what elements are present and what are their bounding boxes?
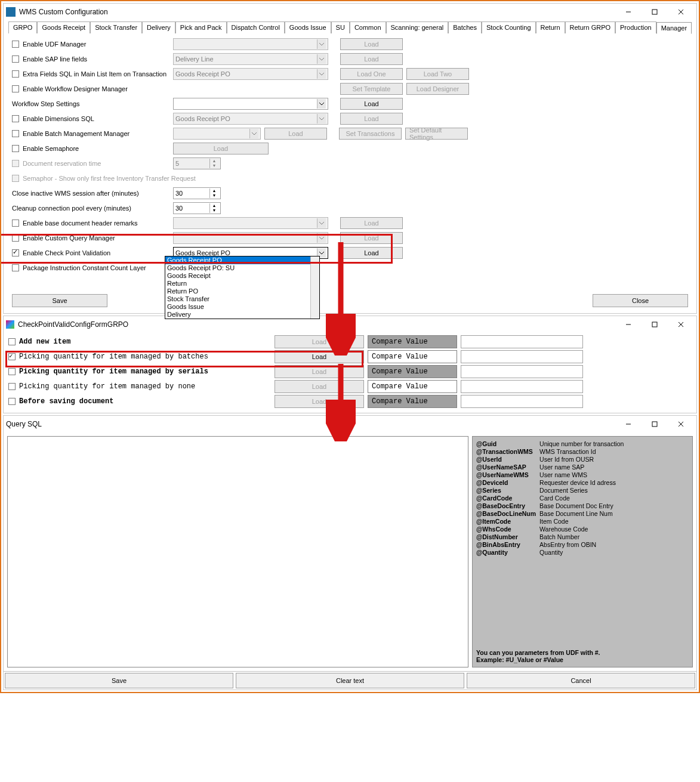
dropdown-wfss[interactable] [173, 98, 328, 110]
qs-save-button[interactable]: Save [5, 673, 233, 688]
tab-delivery[interactable]: Delivery [142, 21, 175, 33]
checkbox-sap[interactable] [12, 55, 19, 63]
minimize-button[interactable] [615, 5, 642, 19]
qs-cancel-button[interactable]: Cancel [467, 673, 695, 688]
load-cpv[interactable]: Load [340, 247, 403, 259]
dropdown-sap[interactable]: Delivery Line [173, 53, 328, 65]
checkbox-dims[interactable] [12, 115, 19, 122]
close-button-3[interactable] [668, 417, 694, 431]
dropdown-extra[interactable]: Goods Receipt PO [173, 68, 328, 80]
checkpoint-load-button[interactable]: Load [275, 335, 364, 348]
checkbox-cqm[interactable] [12, 234, 19, 242]
tab-dispatch-control[interactable]: Dispatch Control [227, 21, 285, 33]
value-input[interactable] [461, 365, 583, 378]
tab-return[interactable]: Return [536, 21, 565, 33]
dropdown-cqm[interactable] [173, 232, 328, 244]
minimize-button-2[interactable] [615, 317, 642, 332]
tab-batches[interactable]: Batches [448, 21, 482, 33]
checkbox-extra[interactable] [12, 70, 19, 78]
app-icon-2 [6, 320, 14, 329]
value-input[interactable] [461, 350, 583, 363]
load-cqm[interactable]: Load [340, 232, 403, 244]
load-batchmgr[interactable]: Load [264, 128, 327, 140]
qs-clear-button[interactable]: Clear text [236, 673, 464, 688]
dropdown-option[interactable]: Goods Issue [165, 303, 319, 311]
dropdown-cpv-list[interactable]: Goods Receipt POGoods Receipt PO: SUGood… [165, 256, 320, 319]
value-input[interactable] [461, 380, 583, 393]
checkpoint-load-button[interactable]: Load [275, 365, 364, 378]
checkbox-batchmgr[interactable] [12, 130, 19, 137]
checkbox-sema[interactable] [12, 145, 19, 152]
set-template-button[interactable]: Set Template [340, 83, 403, 95]
maximize-button-2[interactable] [642, 317, 668, 332]
checkpoint-load-button[interactable]: Load [275, 380, 364, 393]
load-two-button[interactable]: Load Two [406, 68, 469, 80]
spinner-closewms[interactable]: 30▲▼ [173, 187, 221, 199]
tab-goods-issue[interactable]: Goods Issue [285, 21, 331, 33]
close-button-2[interactable] [668, 317, 694, 332]
tab-grpo[interactable]: GRPO [8, 21, 37, 33]
tab-pick-and-pack[interactable]: Pick and Pack [175, 21, 227, 33]
dropdown-option[interactable]: Delivery [165, 311, 319, 319]
spinner-docres[interactable]: 5▲▼ [173, 157, 221, 169]
tab-stock-counting[interactable]: Stock Counting [482, 21, 536, 33]
checkpoint-checkbox[interactable] [8, 338, 16, 345]
value-input[interactable] [461, 395, 583, 408]
load-one-button[interactable]: Load One [340, 68, 403, 80]
set-default-settings-button[interactable]: Set Default Settings [405, 128, 468, 140]
checkpoint-checkbox[interactable] [8, 368, 16, 375]
checkpoint-load-button[interactable]: Load [275, 395, 364, 408]
checkpoint-load-button[interactable]: Load [275, 350, 364, 363]
dropdown-option[interactable]: Stock Transfer [165, 295, 319, 303]
tab-scanning-general[interactable]: Scanning: general [386, 21, 449, 33]
dropdown-option[interactable]: Goods Receipt PO [165, 256, 319, 264]
close-button-footer[interactable]: Close [593, 294, 688, 307]
compare-value-box[interactable]: Compare Value [368, 335, 457, 348]
checkbox-basedoc[interactable] [12, 220, 19, 227]
minimize-button-3[interactable] [615, 417, 642, 431]
checkbox-udf[interactable] [12, 41, 19, 48]
tab-manager[interactable]: Manager [656, 22, 692, 34]
dropdown-option[interactable]: Goods Receipt [165, 272, 319, 280]
save-button[interactable]: Save [12, 294, 107, 307]
compare-value-box[interactable]: Compare Value [368, 365, 457, 378]
load-sema[interactable]: Load [173, 143, 269, 154]
load-basedoc[interactable]: Load [340, 217, 403, 229]
tab-stock-transfer[interactable]: Stock Transfer [90, 21, 142, 33]
compare-value-box[interactable]: Compare Value [368, 380, 457, 393]
checkpoint-checkbox[interactable] [8, 383, 16, 390]
load-wfss[interactable]: Load [340, 98, 403, 110]
compare-value-box[interactable]: Compare Value [368, 395, 457, 408]
dropdown-udf[interactable] [173, 38, 328, 50]
dropdown-scrollbar[interactable] [310, 256, 319, 319]
load-designer-button[interactable]: Load Designer [406, 83, 469, 95]
checkbox-wfdm[interactable] [12, 85, 19, 92]
spinner-cleanup[interactable]: 30▲▼ [173, 202, 221, 214]
dropdown-option[interactable]: Return [165, 280, 319, 288]
tab-return-grpo[interactable]: Return GRPO [565, 21, 615, 33]
dropdown-dims[interactable]: Goods Receipt PO [173, 113, 328, 125]
load-sap[interactable]: Load [340, 53, 403, 65]
maximize-button-3[interactable] [642, 417, 668, 431]
params-table: @GuidUnique number for transaction@Trans… [476, 440, 627, 557]
tab-production[interactable]: Production [615, 21, 656, 33]
checkbox-cpv[interactable] [12, 249, 19, 256]
dropdown-option[interactable]: Return PO [165, 288, 319, 295]
maximize-button[interactable] [642, 5, 668, 19]
dropdown-option[interactable]: Goods Receipt PO: SU [165, 264, 319, 272]
tab-goods-receipt[interactable]: Goods Receipt [37, 21, 90, 33]
checkbox-pkg[interactable] [12, 264, 19, 271]
set-transactions-button[interactable]: Set Transactions [339, 128, 402, 140]
tab-su[interactable]: SU [331, 21, 350, 33]
checkpoint-checkbox[interactable] [8, 398, 16, 405]
dropdown-batchmgr[interactable] [173, 128, 261, 140]
value-input[interactable] [461, 335, 583, 348]
dropdown-basedoc[interactable] [173, 217, 328, 229]
load-udf[interactable]: Load [340, 38, 403, 50]
checkpoint-checkbox[interactable] [8, 353, 16, 360]
tab-common[interactable]: Common [350, 21, 386, 33]
compare-value-box[interactable]: Compare Value [368, 350, 457, 363]
sql-editor[interactable] [7, 436, 468, 667]
close-button[interactable] [668, 5, 694, 19]
load-dims[interactable]: Load [340, 113, 403, 125]
